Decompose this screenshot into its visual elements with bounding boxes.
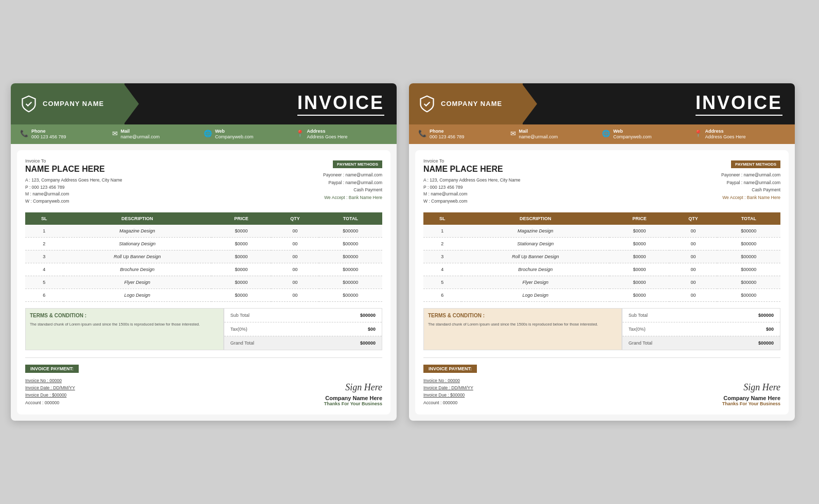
sub-total-value: $00000 [360, 313, 376, 318]
table-cell-qty: 00 [271, 250, 318, 263]
invoice-to: Invoice To NAME PLACE HERE A : 123, Comp… [25, 158, 323, 205]
table-cell-desc: Stationary Design [63, 237, 211, 250]
invoice-to-label: Invoice To [25, 158, 323, 164]
invoice-due: Invoice Due : $00000 [25, 392, 66, 398]
invoice-header: COMPANY NAME INVOICE [409, 83, 795, 124]
tax-row: Tax(0%) $00 [622, 322, 780, 336]
table-cell-price: $0000 [211, 237, 272, 250]
contact-mail-label: Mail [121, 129, 160, 134]
contact-address: 📍 Address Address Goes Here [694, 129, 786, 140]
totals-block: Sub Total $00000 Tax(0%) $00 Grand Total… [224, 308, 382, 350]
terms-title: TERMS & CONDITION : [30, 313, 219, 318]
table-cell-qty: 00 [271, 237, 318, 250]
contact-phone: 📞 Phone 000 123 456 789 [418, 129, 510, 140]
top-section: Invoice To NAME PLACE HERE A : 123, Comp… [25, 158, 382, 205]
payment-info: Invoice No : 00000 Invoice Date : DD/MM/… [25, 377, 324, 407]
table-cell-sl: 5 [423, 276, 461, 289]
grand-total-value: $00000 [758, 340, 774, 346]
table-cell-qty: 00 [669, 276, 717, 289]
invoice-no: Invoice No : 00000 [423, 378, 460, 383]
invoice-card-brown: COMPANY NAME INVOICE 📞 Phone 000 123 456… [409, 83, 795, 421]
table-cell-price: $0000 [211, 250, 272, 263]
grand-total-row: Grand Total $00000 [622, 336, 780, 350]
contact-mail-value: name@urmail.com [519, 134, 558, 140]
thanks-text: Thanks For Your Business [324, 401, 382, 406]
payment-methods-badge: PAYMENT METHODS [731, 160, 780, 168]
sub-total-value: $00000 [758, 313, 774, 318]
table-cell-qty: 00 [669, 263, 717, 276]
table-cell-desc: Stationary Design [461, 237, 610, 250]
shield-icon [418, 95, 436, 113]
invoice-title: INVOICE [696, 92, 782, 114]
phone-icon: 📞 [20, 130, 28, 137]
invoice-card-green: COMPANY NAME INVOICE 📞 Phone 000 123 456… [11, 83, 397, 421]
table-cell-total: $00000 [717, 263, 780, 276]
table-cell-qty: 00 [669, 289, 717, 301]
contact-web-label: Web [613, 129, 652, 134]
totals-block: Sub Total $00000 Tax(0%) $00 Grand Total… [622, 308, 780, 350]
grand-total-row: Grand Total $00000 [224, 336, 382, 350]
table-cell-total: $00000 [717, 225, 780, 238]
contact-mail-value: name@urmail.com [121, 134, 160, 140]
contact-address-value: Address Goes Here [705, 134, 746, 140]
company-name-header: COMPANY NAME [43, 100, 104, 107]
header-arrow [123, 83, 139, 124]
header-arrow [522, 83, 537, 124]
contact-mail: ✉ Mail name@urmail.com [112, 129, 204, 140]
table-header-cell: TOTAL [717, 212, 780, 225]
table-row: 1 Magazine Design $0000 00 $00000 [25, 225, 382, 238]
table-cell-total: $00000 [717, 250, 780, 263]
table-cell-qty: 00 [271, 289, 318, 301]
table-cell-total: $00000 [717, 276, 780, 289]
bottom-section: TERMS & CONDITION : The standard chunk o… [423, 308, 780, 350]
payment-info: Invoice No : 00000 Invoice Date : DD/MM/… [423, 377, 722, 407]
table-cell-sl: 3 [423, 250, 461, 263]
invoice-table: SLDESCRIPTIONPRICEQTYTOTAL 1 Magazine De… [25, 212, 382, 302]
table-header-row: SLDESCRIPTIONPRICEQTYTOTAL [25, 212, 382, 225]
table-cell-sl: 2 [423, 237, 461, 250]
sub-total-label: Sub Total [230, 313, 250, 318]
table-row: 6 Logo Design $0000 00 $00000 [423, 289, 780, 301]
table-row: 2 Stationary Design $0000 00 $00000 [25, 237, 382, 250]
invoice-date: Invoice Date : DD/MM/YY [25, 385, 75, 390]
terms-text: The standard chunk of Lorem ipsum used s… [30, 321, 219, 327]
table-cell-price: $0000 [211, 289, 272, 301]
invoice-header: COMPANY NAME INVOICE [11, 83, 397, 124]
contact-web: 🌐 Web Companyweb.com [602, 129, 694, 140]
table-cell-price: $0000 [211, 225, 272, 238]
thanks-text: Thanks For Your Business [722, 401, 780, 406]
invoice-to: Invoice To NAME PLACE HERE A : 123, Comp… [423, 158, 721, 205]
table-cell-price: $0000 [610, 250, 670, 263]
address-icon: 📍 [296, 130, 304, 137]
table-header-cell: QTY [271, 212, 318, 225]
contact-web-value: Companyweb.com [215, 134, 254, 140]
table-cell-sl: 1 [423, 225, 461, 238]
phone-icon: 📞 [418, 130, 426, 137]
contact-phone-value: 000 123 456 789 [430, 134, 465, 140]
terms-text: The standard chunk of Lorem ipsum used s… [428, 321, 617, 327]
grand-total-label: Grand Total [230, 340, 254, 346]
table-cell-total: $00000 [319, 250, 382, 263]
table-cell-qty: 00 [271, 263, 318, 276]
invoice-no: Invoice No : 00000 [25, 378, 62, 383]
table-cell-sl: 6 [423, 289, 461, 301]
table-cell-desc: Roll Up Banner Design [63, 250, 211, 263]
address-icon: 📍 [694, 130, 702, 137]
table-cell-desc: Brochure Design [461, 263, 610, 276]
payment-title-badge: INVOICE PAYMENT: [423, 365, 477, 373]
table-cell-total: $00000 [319, 276, 382, 289]
table-row: 2 Stationary Design $0000 00 $00000 [423, 237, 780, 250]
payment-right: Sign Here Company Name Here Thanks For Y… [324, 382, 382, 406]
terms-block: TERMS & CONDITION : The standard chunk o… [423, 308, 622, 350]
table-cell-qty: 00 [271, 276, 318, 289]
tax-value: $00 [368, 327, 376, 332]
table-cell-desc: Roll Up Banner Design [461, 250, 610, 263]
table-row: 4 Brochure Design $0000 00 $00000 [423, 263, 780, 276]
table-row: 5 Flyer Design $0000 00 $00000 [423, 276, 780, 289]
sub-total-row: Sub Total $00000 [622, 309, 780, 322]
top-section: Invoice To NAME PLACE HERE A : 123, Comp… [423, 158, 780, 205]
shield-icon [20, 95, 38, 113]
payment-footer: INVOICE PAYMENT: Invoice No : 00000 Invo… [423, 357, 780, 407]
terms-block: TERMS & CONDITION : The standard chunk o… [25, 308, 224, 350]
table-cell-total: $00000 [717, 289, 780, 301]
